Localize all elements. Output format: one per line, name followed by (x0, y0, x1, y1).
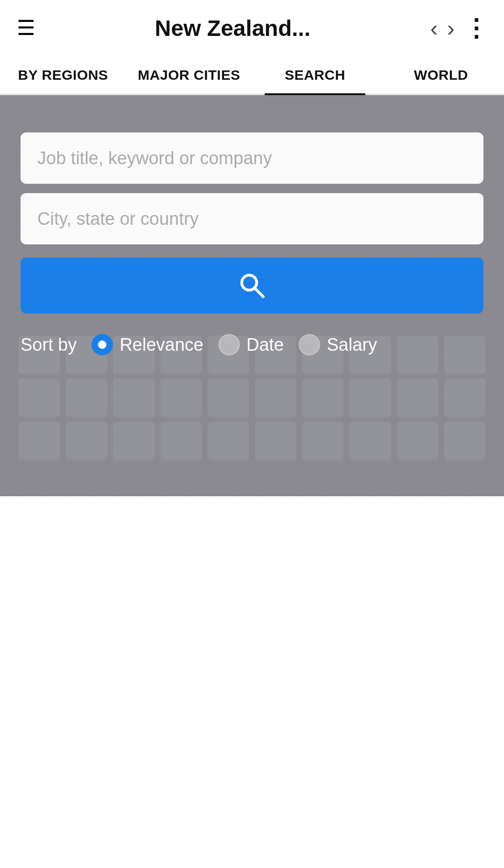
sort-date-label: Date (246, 335, 284, 355)
tab-by-regions[interactable]: BY REGIONS (0, 56, 126, 94)
search-icon (237, 271, 267, 300)
sort-salary-label: Salary (327, 335, 377, 355)
more-options-icon[interactable]: ⋮ (464, 14, 487, 42)
sort-relevance-option[interactable]: Relevance (91, 334, 203, 355)
search-content: Sort by Relevance Date Salary (0, 95, 504, 355)
location-search-input[interactable] (21, 193, 483, 244)
svg-line-1 (254, 288, 263, 297)
sort-salary-radio[interactable] (299, 334, 320, 355)
hero-section: Sort by Relevance Date Salary (0, 95, 504, 496)
menu-icon[interactable]: ☰ (17, 18, 35, 38)
sort-options: Sort by Relevance Date Salary (21, 334, 483, 355)
tab-major-cities[interactable]: MAJOR CITIES (126, 56, 252, 94)
search-button[interactable] (21, 257, 483, 313)
results-area (0, 496, 504, 813)
tab-bar: BY REGIONS MAJOR CITIES SEARCH WORLD (0, 56, 504, 95)
keyword-search-input[interactable] (21, 132, 483, 184)
sort-relevance-radio[interactable] (91, 334, 113, 355)
header-actions: ‹ › ⋮ (430, 14, 487, 42)
app-header: ☰ New Zealand... ‹ › ⋮ (0, 0, 504, 56)
tab-search[interactable]: SEARCH (252, 56, 378, 94)
sort-date-radio[interactable] (218, 334, 240, 355)
sort-date-option[interactable]: Date (218, 334, 284, 355)
sort-salary-option[interactable]: Salary (299, 334, 377, 355)
sort-relevance-label: Relevance (119, 335, 203, 355)
back-icon[interactable]: ‹ (430, 15, 438, 41)
forward-icon[interactable]: › (447, 15, 455, 41)
sort-label: Sort by (21, 335, 77, 355)
tab-world[interactable]: WORLD (378, 56, 504, 94)
page-title: New Zealand... (35, 15, 430, 41)
